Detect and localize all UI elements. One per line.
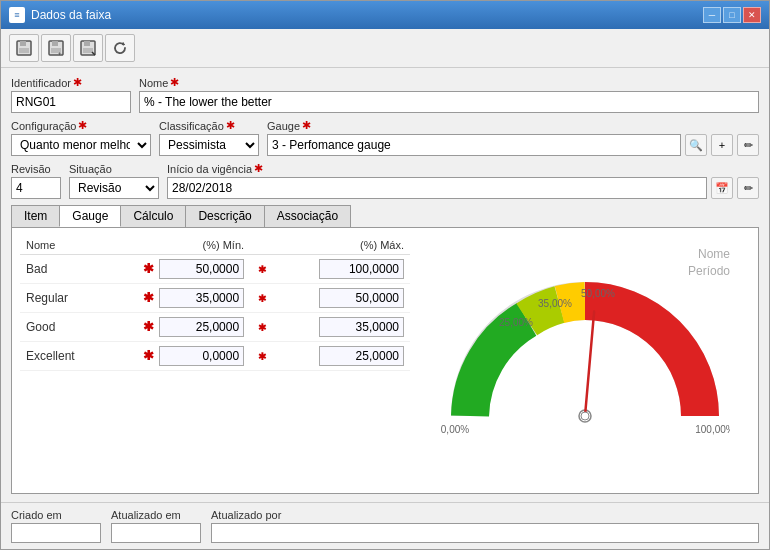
main-content: Identificador ✱ Nome ✱ Configuração ✱ <box>1 68 769 502</box>
label-0pct: 0,00% <box>441 424 469 435</box>
identificador-input[interactable] <box>11 91 131 113</box>
configuracao-required: ✱ <box>78 119 87 132</box>
save-button-1[interactable] <box>9 34 39 62</box>
minimize-button[interactable]: ─ <box>703 7 721 23</box>
row-max-cell <box>277 313 410 342</box>
atualizado-input[interactable] <box>111 523 201 543</box>
label-25pct: 25,00% <box>499 317 533 328</box>
main-window: ≡ Dados da faixa ─ □ ✕ + <box>0 0 770 550</box>
row-separator: ✱ <box>250 255 277 284</box>
row-min-icon[interactable]: ✱ <box>143 261 154 276</box>
title-bar-left: ≡ Dados da faixa <box>9 7 111 23</box>
vigencia-required: ✱ <box>254 162 263 175</box>
row-max-cell <box>277 342 410 371</box>
calendar-button[interactable]: 📅 <box>711 177 733 199</box>
svg-line-13 <box>585 311 594 416</box>
situacao-select[interactable]: Revisão <box>69 177 159 199</box>
footer-atualizado: Atualizado em <box>111 509 201 543</box>
row-min-icon[interactable]: ✱ <box>143 348 154 363</box>
atualizadopor-input[interactable] <box>211 523 759 543</box>
gauge-data-table: Nome (%) Mín. (%) Máx. Bad ✱ ✱ <box>20 236 410 485</box>
row-name: Excellent <box>20 342 117 371</box>
title-bar-controls: ─ □ ✕ <box>703 7 761 23</box>
footer-atualizadopor: Atualizado por <box>211 509 759 543</box>
maximize-button[interactable]: □ <box>723 7 741 23</box>
field-nome: Nome ✱ <box>139 76 759 113</box>
row-min-input[interactable] <box>159 259 244 279</box>
row-name: Regular <box>20 284 117 313</box>
row-max-input[interactable] <box>319 288 404 308</box>
row-max-icon[interactable]: ✱ <box>258 351 266 362</box>
gauge-add-button[interactable]: + <box>711 134 733 156</box>
table-row: Good ✱ ✱ <box>20 313 410 342</box>
tab-gauge[interactable]: Gauge <box>59 205 121 227</box>
gauge-required: ✱ <box>302 119 311 132</box>
row-max-input[interactable] <box>319 346 404 366</box>
classificacao-label: Classificação ✱ <box>159 119 259 132</box>
gauge-svg: 0,00% 25,00% 35,00% 50,00% 100,00% <box>440 271 730 451</box>
row-identificador-nome: Identificador ✱ Nome ✱ <box>11 76 759 113</box>
gauge-nome-label: Nome <box>688 246 730 263</box>
field-identificador: Identificador ✱ <box>11 76 131 113</box>
svg-text:+: + <box>58 50 62 56</box>
row-max-icon[interactable]: ✱ <box>258 264 266 275</box>
tab-associacao[interactable]: Associação <box>264 205 351 227</box>
classificacao-select[interactable]: Pessimista <box>159 134 259 156</box>
close-button[interactable]: ✕ <box>743 7 761 23</box>
row-revisao-situacao-vigencia: Revisão Situação Revisão Início da vigên… <box>11 162 759 199</box>
row-min-input[interactable] <box>159 317 244 337</box>
nome-label: Nome ✱ <box>139 76 759 89</box>
row-name: Bad <box>20 255 117 284</box>
identificador-required: ✱ <box>73 76 82 89</box>
row-max-cell <box>277 255 410 284</box>
save-button-2[interactable]: + <box>41 34 71 62</box>
field-revisao: Revisão <box>11 163 61 199</box>
col-header-max: (%) Máx. <box>277 236 410 255</box>
row-separator: ✱ <box>250 342 277 371</box>
row-max-icon[interactable]: ✱ <box>258 322 266 333</box>
window-icon: ≡ <box>9 7 25 23</box>
save-button-3[interactable] <box>73 34 103 62</box>
col-header-nome: Nome <box>20 236 117 255</box>
tab-descricao[interactable]: Descrição <box>185 205 264 227</box>
svg-rect-8 <box>84 41 90 46</box>
revisao-input[interactable] <box>11 177 61 199</box>
field-gauge: Gauge ✱ 🔍 + ✏ <box>267 119 759 156</box>
row-max-input[interactable] <box>319 259 404 279</box>
svg-rect-1 <box>20 41 26 46</box>
col-header-spacer <box>250 236 277 255</box>
row-min-icon[interactable]: ✱ <box>143 319 154 334</box>
row-min-input[interactable] <box>159 288 244 308</box>
row-separator: ✱ <box>250 284 277 313</box>
nome-input[interactable] <box>139 91 759 113</box>
tab-calculo[interactable]: Cálculo <box>120 205 186 227</box>
situacao-label: Situação <box>69 163 159 175</box>
gauge-edit-button[interactable]: ✏ <box>737 134 759 156</box>
configuracao-select[interactable]: Quanto menor melhor <box>11 134 151 156</box>
vigencia-input[interactable] <box>167 177 707 199</box>
gauge-label: Gauge ✱ <box>267 119 759 132</box>
atualizado-label: Atualizado em <box>111 509 201 521</box>
gauge-row: 🔍 + ✏ <box>267 134 759 156</box>
field-configuracao: Configuração ✱ Quanto menor melhor <box>11 119 151 156</box>
row-min-icon[interactable]: ✱ <box>143 290 154 305</box>
row-config-classif-gauge: Configuração ✱ Quanto menor melhor Class… <box>11 119 759 156</box>
criado-input[interactable] <box>11 523 101 543</box>
row-max-icon[interactable]: ✱ <box>258 293 266 304</box>
classificacao-required: ✱ <box>226 119 235 132</box>
gauge-input[interactable] <box>267 134 681 156</box>
row-min-input[interactable] <box>159 346 244 366</box>
identificador-label: Identificador ✱ <box>11 76 131 89</box>
row-min-cell: ✱ <box>117 255 250 284</box>
gauge-svg-container: 0,00% 25,00% 35,00% 50,00% 100,00% <box>440 271 730 451</box>
vigencia-edit-button[interactable]: ✏ <box>737 177 759 199</box>
refresh-button[interactable] <box>105 34 135 62</box>
row-name: Good <box>20 313 117 342</box>
svg-point-14 <box>581 412 589 420</box>
label-100pct: 100,00% <box>695 424 730 435</box>
row-max-input[interactable] <box>319 317 404 337</box>
vigencia-label: Início da vigência ✱ <box>167 162 759 175</box>
svg-rect-4 <box>52 41 58 46</box>
tab-item[interactable]: Item <box>11 205 60 227</box>
gauge-search-button[interactable]: 🔍 <box>685 134 707 156</box>
